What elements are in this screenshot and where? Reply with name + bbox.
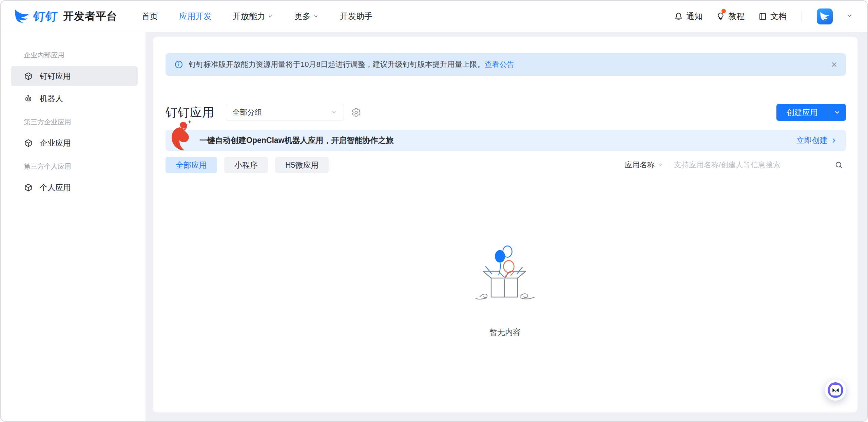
sidebar-item-dingtalk-apps[interactable]: 钉钉应用 — [11, 66, 138, 86]
assistant-floating-button[interactable] — [825, 380, 846, 401]
docs-button[interactable]: 文档 — [758, 11, 787, 22]
page-title: 钉钉应用 — [166, 105, 214, 121]
notice-text: 钉钉标准版开放能力资源用量将于10月8日起进行调整，建议升级钉钉版本提升用量上限… — [189, 59, 485, 70]
bell-icon — [674, 12, 683, 21]
brand-logotype: 钉钉 — [33, 8, 59, 24]
chevron-down-icon — [331, 109, 337, 116]
nav-item-home[interactable]: 首页 — [142, 11, 158, 22]
nav-item-open-capabilities[interactable]: 开放能力 — [233, 11, 273, 22]
search-input[interactable] — [669, 157, 834, 173]
sidebar: 企业内部应用 钉钉应用 机器人 第三方企业应用 — [1, 32, 146, 422]
action-label: 教程 — [728, 11, 745, 22]
tutorials-button[interactable]: 教程 — [716, 11, 745, 22]
chevron-down-icon — [846, 12, 853, 19]
nav-label: 首页 — [142, 11, 158, 22]
new-badge — [721, 9, 726, 13]
robot-icon — [24, 94, 33, 103]
search-button[interactable] — [834, 161, 846, 169]
sidebar-item-personal-apps[interactable]: 个人应用 — [11, 177, 138, 198]
content-card: 钉钉标准版开放能力资源用量将于10月8日起进行调整，建议升级钉钉版本提升用量上限… — [153, 37, 857, 412]
group-filter-value: 全部分组 — [232, 107, 262, 117]
sidebar-item-corp-apps[interactable]: 企业应用 — [11, 133, 138, 153]
nav-item-dev-assistant[interactable]: 开发助手 — [340, 11, 372, 22]
empty-state: 暂无内容 — [153, 243, 857, 337]
top-navigation-bar: 钉钉 开发者平台 首页 应用开发 开放能力 更多 开发助手 — [1, 1, 867, 32]
app-type-tabs-row: 全部应用 小程序 H5微应用 应用名称 — [166, 157, 846, 173]
nav-label: 更多 — [294, 11, 311, 22]
notifications-button[interactable]: 通知 — [674, 11, 702, 22]
sidebar-section-thirdparty-personal: 第三方个人应用 — [1, 162, 146, 171]
chevron-down-icon — [267, 13, 273, 19]
sidebar-section-internal-apps: 企业内部应用 — [1, 51, 146, 60]
promo-text: 一键自动创建OpenClaw机器人应用，开启智能协作之旅 — [199, 135, 393, 146]
dingtalk-wing-icon — [14, 8, 30, 24]
sidebar-item-label: 机器人 — [40, 93, 63, 104]
close-icon[interactable]: × — [831, 59, 837, 70]
empty-state-text: 暂无内容 — [489, 327, 521, 337]
account-menu-chevron[interactable] — [846, 12, 853, 20]
main-content: 钉钉标准版开放能力资源用量将于10月8日起进行调整，建议升级钉钉版本提升用量上限… — [146, 32, 867, 422]
tab-all-apps[interactable]: 全部应用 — [166, 157, 217, 173]
chevron-down-icon — [313, 13, 319, 19]
chevron-down-icon — [657, 162, 663, 168]
search-group: 应用名称 — [621, 157, 846, 173]
user-avatar[interactable] — [817, 8, 833, 24]
create-app-dropdown[interactable] — [828, 104, 846, 121]
nav-label: 开发助手 — [340, 11, 372, 22]
search-field-value: 应用名称 — [625, 160, 655, 170]
title-row: 钉钉应用 全部分组 创建应用 — [166, 104, 846, 121]
main-nav: 首页 应用开发 开放能力 更多 开发助手 — [142, 11, 372, 22]
create-now-link[interactable]: 立即创建 — [796, 135, 837, 146]
assistant-logo-icon — [830, 385, 841, 396]
tab-h5-micro-apps[interactable]: H5微应用 — [275, 157, 329, 173]
sidebar-item-label: 钉钉应用 — [40, 71, 71, 81]
sidebar-item-robots[interactable]: 机器人 — [11, 88, 138, 109]
cube-icon — [24, 139, 33, 148]
brand-logo[interactable]: 钉钉 开发者平台 — [14, 8, 117, 24]
tab-mini-programs[interactable]: 小程序 — [224, 157, 268, 173]
notice-banner: 钉钉标准版开放能力资源用量将于10月8日起进行调整，建议升级钉钉版本提升用量上限… — [166, 53, 846, 76]
sidebar-section-thirdparty-corp: 第三方企业应用 — [1, 117, 146, 127]
info-icon — [174, 60, 183, 69]
promo-banner[interactable]: 一键自动创建OpenClaw机器人应用，开启智能协作之旅 立即创建 — [166, 130, 846, 151]
group-filter-select[interactable]: 全部分组 — [226, 104, 344, 121]
view-announcement-link[interactable]: 查看公告 — [485, 59, 515, 70]
sidebar-item-label: 企业应用 — [40, 138, 71, 148]
action-label: 文档 — [770, 11, 787, 22]
create-app-label: 创建应用 — [776, 104, 828, 121]
create-app-button[interactable]: 创建应用 — [776, 104, 846, 121]
header-divider — [802, 11, 802, 21]
assistant-gradient-ring — [828, 382, 843, 398]
nav-item-app-development[interactable]: 应用开发 — [179, 11, 212, 22]
cube-icon — [24, 183, 33, 192]
chevron-down-icon — [833, 109, 841, 116]
page-body: 企业内部应用 钉钉应用 机器人 第三方企业应用 — [1, 32, 867, 422]
nav-label: 应用开发 — [179, 11, 212, 22]
nav-label: 开放能力 — [233, 11, 265, 22]
dingtalk-developer-platform-page: 钉钉 开发者平台 首页 应用开发 开放能力 更多 开发助手 — [0, 0, 868, 422]
cube-icon — [24, 72, 33, 81]
search-icon — [834, 161, 843, 169]
create-now-label: 立即创建 — [796, 135, 828, 146]
gear-icon — [351, 108, 361, 117]
nav-item-more[interactable]: 更多 — [294, 11, 319, 22]
document-icon — [758, 12, 767, 21]
header-actions: 通知 教程 文档 — [674, 8, 853, 24]
search-field-select[interactable]: 应用名称 — [621, 157, 669, 173]
empty-box-balloons-illustration — [469, 243, 541, 311]
brand-title: 开发者平台 — [63, 9, 117, 23]
openclaw-mascot-icon — [168, 120, 194, 152]
group-settings-button[interactable] — [351, 108, 361, 117]
action-label: 通知 — [686, 11, 702, 22]
chevron-right-icon — [830, 137, 837, 144]
dingtalk-wing-icon — [820, 11, 830, 21]
sidebar-item-label: 个人应用 — [40, 182, 71, 193]
